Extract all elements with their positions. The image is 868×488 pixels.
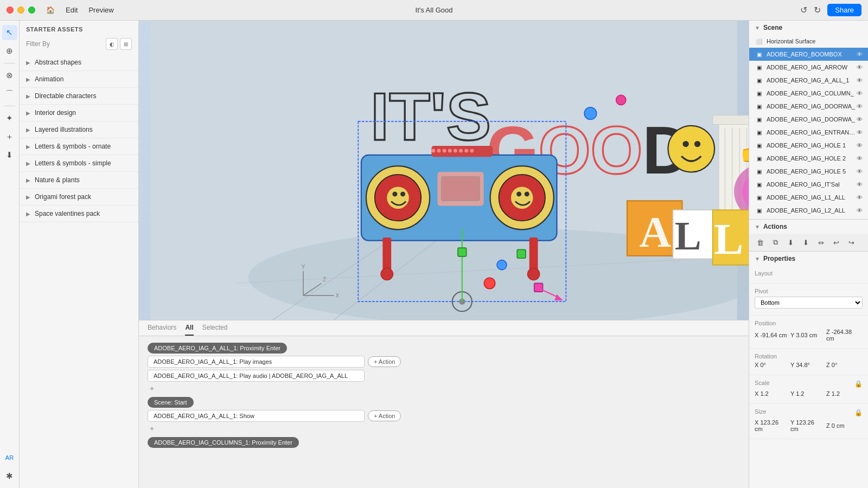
visibility-icon[interactable]: 👁 <box>857 207 863 214</box>
curve-tool[interactable]: ⌒ <box>2 86 17 101</box>
chevron-icon: ▶ <box>26 76 30 82</box>
sidebar-item-directable[interactable]: ▶ Directable characters <box>20 88 138 105</box>
redo-button[interactable]: ↻ <box>812 4 823 16</box>
tab-selected[interactable]: Selected <box>202 324 228 336</box>
sidebar-item-label: Interior design <box>35 109 76 117</box>
select-tool[interactable]: ↖ <box>2 25 17 40</box>
scene-item-a-all-1[interactable]: ▣ ADOBE_AERO_IAG_A_ALL_1 👁 <box>749 74 868 87</box>
maximize-button[interactable] <box>28 7 35 14</box>
sidebar-item-abstract[interactable]: ▶ Abstract shapes <box>20 54 138 71</box>
sidebar-items-list: ▶ Abstract shapes ▶ Animation ▶ Directab… <box>20 54 138 488</box>
action-delete-btn[interactable]: 🗑 <box>754 236 767 249</box>
close-button[interactable] <box>7 7 14 14</box>
scene-item-portal[interactable]: ▣ ADOBE_AERO_IAG_PORTAL 👁 <box>749 217 868 219</box>
scene-item-l1all[interactable]: ▣ ADOBE_AERO_IAG_L1_ALL 👁 <box>749 191 868 204</box>
filter-icon-circle[interactable]: ◐ <box>106 38 118 50</box>
visibility-icon[interactable]: 👁 <box>857 51 863 57</box>
visibility-icon[interactable]: 👁 <box>857 142 863 149</box>
chevron-icon: ▶ <box>26 60 30 66</box>
scene-item-entrance[interactable]: ▣ ADOBE_AERO_IAG_ENTRANCE 👁 <box>749 126 868 139</box>
add-action-btn-1[interactable]: + Action <box>368 356 401 367</box>
behavior-trigger-2[interactable]: Scene: Start <box>148 397 194 408</box>
pivot-subsection: Pivot Bottom <box>749 284 868 316</box>
sidebar-item-label: Nature & plants <box>35 176 80 184</box>
tab-all[interactable]: All <box>185 324 193 336</box>
action-import-btn[interactable]: ⬇ <box>799 236 812 249</box>
visibility-icon[interactable]: 👁 <box>857 181 863 188</box>
visibility-icon[interactable]: 👁 <box>857 194 863 201</box>
visibility-icon[interactable]: 👁 <box>857 155 863 162</box>
scene-item-itsal[interactable]: ▣ ADOBE_AERO_IAG_IT'Sal 👁 <box>749 178 868 191</box>
add-action-btn-2[interactable]: + Action <box>368 410 401 421</box>
scale-lock-icon[interactable]: 🔒 <box>854 380 863 388</box>
behavior-action-row-2: ADOBE_AERO_IAG_A_ALL_1: Play audio | ADO… <box>148 370 740 382</box>
action-copy-btn[interactable]: ⧉ <box>769 236 782 249</box>
svg-rect-39 <box>517 249 526 258</box>
visibility-icon[interactable]: 👁 <box>857 90 863 97</box>
sidebar-item-origami[interactable]: ▶ Origami forest pack <box>20 189 138 206</box>
visibility-icon[interactable]: 👁 <box>857 64 863 70</box>
pivot-select[interactable]: Bottom <box>755 297 863 309</box>
sidebar-item-space[interactable]: ▶ Space valentines pack <box>20 206 138 222</box>
sidebar-item-nature[interactable]: ▶ Nature & plants <box>20 172 138 189</box>
sidebar-item-layered[interactable]: ▶ Layered illustrations <box>20 121 138 138</box>
add-tool[interactable]: ＋ <box>2 129 17 144</box>
sidebar-item-letters-ornate[interactable]: ▶ Letters & symbols - ornate <box>20 138 138 155</box>
scene-item-hole2[interactable]: ▣ ADOBE_AERO_IAG_HOLE 2 👁 <box>749 152 868 165</box>
settings-bottom-icon[interactable]: ✱ <box>2 468 17 484</box>
behavior-trigger-3[interactable]: ADOBE_AERO_IAG_COLUMNS_1: Proximity Ente… <box>148 437 299 448</box>
scene-item-actions: 👁 <box>857 194 863 201</box>
sidebar-item-letters-simple[interactable]: ▶ Letters & symbols - simple <box>20 155 138 172</box>
actions-section-header[interactable]: ▼ Actions <box>749 220 868 234</box>
import-tool[interactable]: ⬇ <box>2 147 17 163</box>
visibility-icon[interactable]: 👁 <box>857 129 863 136</box>
properties-section-header[interactable]: ▼ Properties <box>749 252 868 266</box>
action-align-btn[interactable]: ⇔ <box>814 236 827 249</box>
add-plus-2[interactable]: + <box>148 424 740 433</box>
scene-item-l2all[interactable]: ▣ ADOBE_AERO_IAG_L2_ALL 👁 <box>749 204 868 217</box>
visibility-icon[interactable]: 👁 <box>857 103 863 110</box>
scene-item-label: ADOBE_AERO_BOOMBOX <box>767 51 857 57</box>
scene-item-boombox[interactable]: ▣ ADOBE_AERO_BOOMBOX 👁 <box>749 48 868 61</box>
minimize-button[interactable] <box>17 7 24 14</box>
ar-view-icon[interactable]: AR <box>2 450 17 465</box>
visibility-icon[interactable]: 👁 <box>857 116 863 123</box>
scene-item-arrow[interactable]: ▣ ADOBE_AERO_IAG_ARROW 👁 <box>749 61 868 74</box>
scene-item-hole1[interactable]: ▣ ADOBE_AERO_IAG_HOLE 1 👁 <box>749 139 868 152</box>
layer-icon: ▣ <box>755 154 763 163</box>
visibility-icon[interactable]: 👁 <box>857 168 863 175</box>
canvas-area[interactable]: IT'S G O O D <box>139 21 749 320</box>
scene-item-doorwa2[interactable]: ▣ ADOBE_AERO_IAG_DOORWA_ 👁 <box>749 113 868 126</box>
action-download-btn[interactable]: ⬇ <box>784 236 797 249</box>
svg-point-42 <box>497 260 507 270</box>
behavior-trigger-1[interactable]: ADOBE_AERO_IAG_A_ALL_1: Proximity Enter <box>148 343 287 354</box>
scene-item-surface[interactable]: ⬜ Horizontal Surface <box>749 35 868 48</box>
action-flip-v-btn[interactable]: ↪ <box>845 236 858 249</box>
scene-section-header[interactable]: ▼ Scene <box>749 21 868 35</box>
rotation-x-value: X 0° <box>755 362 787 368</box>
sidebar-item-animation[interactable]: ▶ Animation <box>20 71 138 88</box>
undo-button[interactable]: ↺ <box>798 4 809 16</box>
transform-tool[interactable]: ⊕ <box>2 43 17 59</box>
scene-item-hole5[interactable]: ▣ ADOBE_AERO_IAG_HOLE 5 👁 <box>749 165 868 178</box>
size-lock-icon[interactable]: 🔒 <box>854 409 863 416</box>
share-button[interactable]: Share <box>827 4 861 16</box>
add-plus-1[interactable]: + <box>148 384 740 393</box>
scene-item-actions: 👁 <box>857 90 863 97</box>
menu-preview[interactable]: Preview <box>88 6 113 14</box>
tab-behaviors[interactable]: Behaviors <box>148 324 176 336</box>
behavior-action-box-3: ADOBE_AERO_IAG_A_ALL_1: Show <box>148 410 365 422</box>
action-flip-h-btn[interactable]: ↩ <box>829 236 843 249</box>
scene-item-column[interactable]: ▣ ADOBE_AERO_IAG_COLUMN_ 👁 <box>749 87 868 100</box>
scene-item-label: ADOBE_AERO_IAG_ENTRANCE <box>767 129 857 136</box>
behavior-group-2: Scene: Start ADOBE_AERO_IAG_A_ALL_1: Sho… <box>148 397 740 433</box>
filter-icons: ◐ ⊞ <box>106 38 132 50</box>
visibility-icon[interactable]: 👁 <box>857 77 863 84</box>
scene-item-doorwa1[interactable]: ▣ ADOBE_AERO_IAG_DOORWA_ 👁 <box>749 100 868 113</box>
path-tool[interactable]: ✦ <box>2 111 17 126</box>
sidebar-item-interior[interactable]: ▶ Interior design <box>20 105 138 121</box>
anchor-tool[interactable]: ⊗ <box>2 68 17 83</box>
menu-home[interactable]: 🏠 <box>46 6 55 14</box>
menu-edit[interactable]: Edit <box>66 6 78 14</box>
filter-icon-grid[interactable]: ⊞ <box>120 38 132 50</box>
